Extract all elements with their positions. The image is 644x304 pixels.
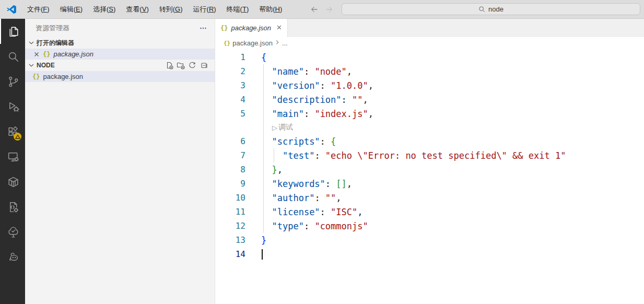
code-line[interactable]: "type": "commonjs" bbox=[261, 219, 644, 233]
line-number: 14 bbox=[215, 249, 245, 259]
menu-help[interactable]: 帮助(H) bbox=[254, 3, 287, 16]
menu-bar: 文件(F)编辑(E)选择(S)查看(V)转到(G)运行(R)终端(T)帮助(H) bbox=[22, 3, 287, 16]
line-number: 4 bbox=[215, 95, 245, 104]
code-line[interactable]: "description": "", bbox=[261, 92, 644, 107]
search-value: node bbox=[488, 5, 504, 13]
json-file-icon: {} bbox=[224, 40, 230, 46]
code-line[interactable]: "version": "1.0.0", bbox=[261, 78, 644, 92]
extensions-warning-badge bbox=[14, 133, 21, 141]
code-line[interactable]: } bbox=[261, 233, 644, 247]
line-number: 6 bbox=[215, 136, 245, 146]
code-line[interactable]: "main": "index.js", bbox=[261, 107, 644, 121]
line-number: 7 bbox=[215, 150, 245, 160]
close-icon[interactable] bbox=[32, 50, 42, 59]
code-row: 11 "license": "ISC", bbox=[215, 205, 644, 219]
code-row: 7 "test": "echo \"Error: no test specifi… bbox=[215, 148, 644, 162]
codelens-row: ▷调试 bbox=[215, 121, 644, 134]
forward-arrow-icon[interactable] bbox=[324, 5, 334, 14]
activitybar-run-debug[interactable] bbox=[0, 94, 25, 119]
folder-actions bbox=[163, 60, 215, 71]
tab-label: package.json bbox=[231, 24, 271, 32]
code-row: 6 "scripts": { bbox=[215, 134, 644, 148]
code-line[interactable]: "license": "ISC", bbox=[261, 205, 644, 219]
menu-file[interactable]: 文件(F) bbox=[22, 3, 55, 16]
file-label: package.json bbox=[53, 50, 93, 58]
activitybar-chat[interactable] bbox=[0, 244, 25, 270]
line-number: 5 bbox=[215, 109, 245, 119]
tab-close-icon[interactable] bbox=[275, 24, 283, 33]
menu-run[interactable]: 运行(R) bbox=[188, 3, 221, 16]
code-row: 4 "description": "", bbox=[215, 92, 644, 107]
code-row: 14 bbox=[215, 247, 644, 261]
code-area[interactable]: 1{2 "name": "node",3 "version": "1.0.0",… bbox=[215, 49, 644, 304]
json-file-icon: {} bbox=[32, 73, 40, 80]
line-number: 11 bbox=[215, 207, 245, 217]
nav-arrows bbox=[307, 5, 336, 14]
folder-section-header[interactable]: NODE bbox=[25, 60, 215, 71]
menu-selection[interactable]: 选择(S) bbox=[88, 3, 121, 16]
code-row: 12 "type": "commonjs" bbox=[215, 219, 644, 233]
line-number: 10 bbox=[215, 193, 245, 203]
tree-check-icon bbox=[7, 226, 20, 239]
code-line[interactable]: { bbox=[261, 50, 644, 64]
activitybar-containers[interactable] bbox=[0, 169, 25, 194]
code-line[interactable]: }, bbox=[261, 162, 644, 177]
collapse-all-icon[interactable] bbox=[198, 60, 209, 71]
tree-item-packagejson[interactable]: {} package.json bbox=[25, 71, 215, 82]
breadcrumb-file[interactable]: package.json bbox=[232, 39, 273, 47]
json-file-icon: {} bbox=[43, 51, 50, 58]
chevron-down-icon bbox=[27, 61, 36, 69]
line-number: 2 bbox=[215, 66, 245, 76]
tab-packagejson[interactable]: {} package.json bbox=[215, 19, 288, 37]
code-line[interactable]: "name": "node", bbox=[261, 64, 644, 78]
activitybar-search[interactable] bbox=[0, 44, 25, 69]
code-row: 13} bbox=[215, 233, 644, 247]
chevron-right-icon bbox=[273, 39, 282, 48]
code-row: 5 "main": "index.js", bbox=[215, 107, 644, 121]
remote-monitor-icon bbox=[7, 150, 20, 163]
more-actions-icon[interactable] bbox=[199, 24, 207, 32]
line-number: 12 bbox=[215, 221, 245, 231]
open-editors-label: 打开的编辑器 bbox=[37, 39, 74, 48]
refresh-icon[interactable] bbox=[186, 60, 198, 71]
activity-bar bbox=[0, 19, 25, 304]
sidebar-title: 资源管理器 bbox=[36, 24, 69, 33]
open-editor-item-packagejson[interactable]: {} package.json bbox=[25, 49, 215, 60]
vscode-window: 文件(F)编辑(E)选择(S)查看(V)转到(G)运行(R)终端(T)帮助(H)… bbox=[0, 0, 644, 304]
editor-group: {} package.json {} package.json ... 1{2 … bbox=[215, 19, 644, 304]
code-row: 8 }, bbox=[215, 162, 644, 177]
line-number: 8 bbox=[215, 165, 245, 174]
breadcrumb-symbol[interactable]: ... bbox=[282, 39, 288, 47]
code-row: 3 "version": "1.0.0", bbox=[215, 78, 644, 92]
line-number: 3 bbox=[215, 80, 245, 90]
activitybar-extensions[interactable] bbox=[0, 119, 25, 144]
activitybar-explorer[interactable] bbox=[0, 19, 25, 44]
code-line[interactable]: "keywords": [], bbox=[261, 177, 644, 191]
menu-terminal[interactable]: 终端(T) bbox=[221, 3, 254, 16]
new-folder-icon[interactable] bbox=[175, 60, 186, 71]
back-arrow-icon[interactable] bbox=[310, 5, 319, 14]
menu-view[interactable]: 查看(V) bbox=[121, 3, 154, 16]
codelens-debug[interactable]: ▷调试 bbox=[261, 123, 293, 132]
code-line[interactable]: "scripts": { bbox=[261, 134, 644, 148]
activitybar-source-control[interactable] bbox=[0, 69, 25, 94]
files-icon bbox=[7, 25, 20, 38]
menu-go[interactable]: 转到(G) bbox=[154, 3, 188, 16]
activitybar-code-runner[interactable] bbox=[0, 194, 25, 219]
code-row: 9 "keywords": [], bbox=[215, 177, 644, 191]
new-file-icon[interactable] bbox=[163, 60, 175, 71]
menu-edit[interactable]: 编辑(E) bbox=[55, 3, 88, 16]
code-line[interactable]: "test": "echo \"Error: no test specified… bbox=[261, 148, 644, 162]
search-icon bbox=[7, 50, 20, 63]
explorer-sidebar: 资源管理器 打开的编辑器 {} package.json bbox=[25, 19, 215, 304]
open-editors-header[interactable]: 打开的编辑器 bbox=[25, 37, 215, 49]
tab-bar: {} package.json bbox=[215, 19, 644, 37]
code-row: 10 "author": "", bbox=[215, 191, 644, 205]
code-line[interactable]: "author": "", bbox=[261, 191, 644, 205]
text-cursor bbox=[262, 249, 263, 260]
activitybar-remote-explorer[interactable] bbox=[0, 144, 25, 169]
activitybar-testing[interactable] bbox=[0, 219, 25, 244]
code-line[interactable] bbox=[261, 247, 644, 261]
line-number: 1 bbox=[215, 52, 245, 62]
search-box[interactable]: node bbox=[342, 3, 640, 15]
